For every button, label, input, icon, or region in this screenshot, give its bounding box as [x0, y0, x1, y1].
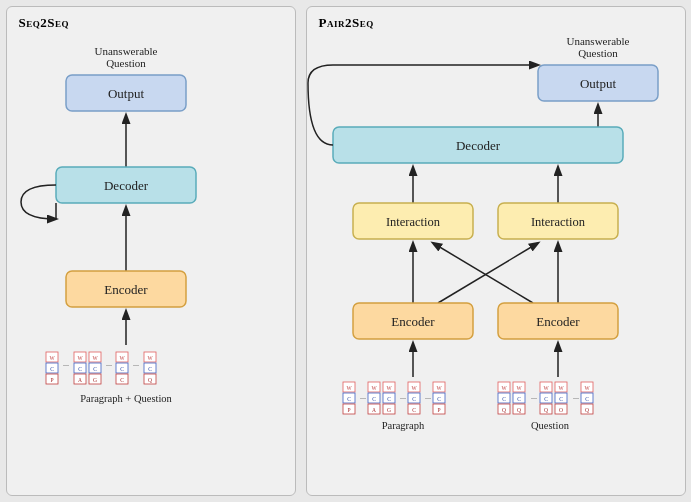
seq2seq-panel: Seq2Seq Unanswerable Question Output Dec… [6, 6, 296, 496]
svg-text:W: W [371, 385, 377, 391]
svg-text:Decoder: Decoder [456, 138, 501, 153]
svg-text:C: C [585, 396, 589, 402]
svg-text:C: C [120, 377, 124, 383]
svg-text:Question: Question [531, 420, 570, 431]
svg-text:...: ... [425, 392, 431, 401]
svg-text:P: P [437, 407, 440, 413]
svg-text:C: C [412, 407, 416, 413]
svg-text:...: ... [400, 392, 406, 401]
svg-text:C: C [120, 366, 124, 372]
svg-text:Unanswerable: Unanswerable [94, 45, 157, 57]
svg-text:Decoder: Decoder [103, 178, 148, 193]
svg-text:C: C [387, 396, 391, 402]
svg-text:C: C [502, 396, 506, 402]
svg-text:Paragraph: Paragraph [382, 420, 425, 431]
svg-text:O: O [559, 407, 563, 413]
svg-text:Question: Question [106, 57, 146, 69]
svg-text:C: C [347, 396, 351, 402]
svg-text:Q: Q [544, 407, 548, 413]
svg-text:A: A [78, 377, 82, 383]
svg-text:A: A [372, 407, 376, 413]
svg-text:...: ... [531, 392, 537, 401]
seq2seq-title: Seq2Seq [19, 15, 69, 31]
svg-text:C: C [93, 366, 97, 372]
svg-text:Encoder: Encoder [391, 314, 435, 329]
svg-text:Output: Output [580, 76, 617, 91]
svg-text:Interaction: Interaction [386, 215, 441, 229]
svg-text:...: ... [133, 359, 139, 368]
svg-text:W: W [584, 385, 590, 391]
svg-text:Question: Question [578, 47, 618, 59]
pair2seq-diagram: Unanswerable Question Output Decoder Int… [318, 27, 673, 467]
svg-text:C: C [372, 396, 376, 402]
svg-text:...: ... [106, 359, 112, 368]
svg-text:W: W [501, 385, 507, 391]
svg-text:...: ... [573, 392, 579, 401]
svg-text:W: W [516, 385, 522, 391]
svg-text:G: G [93, 377, 97, 383]
svg-text:...: ... [63, 359, 69, 368]
svg-text:W: W [436, 385, 442, 391]
svg-text:W: W [49, 355, 55, 361]
svg-text:C: C [517, 396, 521, 402]
svg-text:W: W [558, 385, 564, 391]
svg-text:Q: Q [148, 377, 152, 383]
seq2seq-diagram: Unanswerable Question Output Decoder Enc… [16, 37, 286, 467]
svg-text:C: C [544, 396, 548, 402]
svg-text:P: P [347, 407, 350, 413]
svg-text:W: W [119, 355, 125, 361]
svg-text:W: W [543, 385, 549, 391]
svg-text:C: C [148, 366, 152, 372]
svg-text:C: C [559, 396, 563, 402]
svg-text:C: C [412, 396, 416, 402]
svg-text:Q: Q [585, 407, 589, 413]
svg-text:W: W [77, 355, 83, 361]
svg-text:W: W [92, 355, 98, 361]
svg-text:Unanswerable: Unanswerable [567, 35, 630, 47]
svg-text:...: ... [360, 392, 366, 401]
svg-text:Output: Output [107, 86, 144, 101]
pair2seq-panel: Pair2Seq Unanswerable Question Output De… [306, 6, 686, 496]
pair2seq-title: Pair2Seq [319, 15, 374, 31]
svg-text:C: C [78, 366, 82, 372]
svg-text:Interaction: Interaction [531, 215, 586, 229]
svg-text:W: W [147, 355, 153, 361]
svg-text:Q: Q [517, 407, 521, 413]
svg-text:Encoder: Encoder [104, 282, 148, 297]
svg-text:W: W [386, 385, 392, 391]
svg-text:Q: Q [502, 407, 506, 413]
svg-text:C: C [437, 396, 441, 402]
main-container: Seq2Seq Unanswerable Question Output Dec… [6, 6, 686, 496]
svg-text:Paragraph + Question: Paragraph + Question [80, 393, 172, 404]
svg-text:P: P [50, 377, 53, 383]
svg-line-65 [433, 243, 533, 303]
svg-line-64 [438, 243, 538, 303]
svg-text:Encoder: Encoder [536, 314, 580, 329]
svg-text:W: W [346, 385, 352, 391]
svg-text:W: W [411, 385, 417, 391]
svg-text:C: C [50, 366, 54, 372]
svg-text:G: G [387, 407, 391, 413]
